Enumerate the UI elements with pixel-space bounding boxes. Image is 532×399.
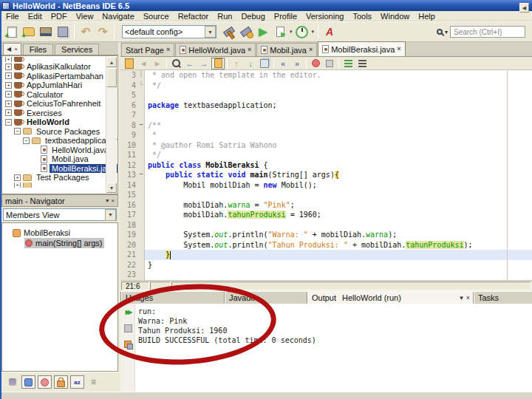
- macro-stop-icon[interactable]: [323, 58, 336, 69]
- fold-indicator[interactable]: −: [138, 120, 145, 131]
- search-input[interactable]: Search (Ctrl+I): [450, 26, 525, 38]
- rerun-icon[interactable]: [121, 306, 134, 318]
- back-icon[interactable]: [137, 58, 150, 69]
- find-next-icon[interactable]: [197, 58, 211, 69]
- code-text[interactable]: [145, 220, 532, 231]
- forward-icon[interactable]: [151, 58, 164, 69]
- debug-icon[interactable]: [272, 24, 288, 40]
- tree-item-partial[interactable]: +: [2, 57, 117, 62]
- tab-mobil-java[interactable]: Mobil.java×: [256, 43, 317, 56]
- code-text[interactable]: package textbasedapplication;: [145, 100, 532, 111]
- close-icon[interactable]: ×: [309, 47, 313, 53]
- expand-icon[interactable]: +: [5, 57, 12, 62]
- menu-edit[interactable]: Edit: [24, 11, 47, 21]
- code-editor[interactable]: 3│ * and open the template in the editor…: [120, 70, 532, 280]
- scroll-up-icon[interactable]: ▲: [106, 57, 117, 67]
- code-text[interactable]: Mobil mobilDiah = new Mobil();: [145, 180, 532, 191]
- tab-mobilberaksi-java[interactable]: MobilBeraksi.java×: [318, 41, 405, 56]
- menu-help[interactable]: Help: [414, 11, 440, 21]
- tree-item-celciustofahrenheit[interactable]: +CelciusToFahrenheit: [2, 99, 117, 109]
- minimize-icon[interactable]: ▾: [460, 294, 463, 301]
- expand-icon[interactable]: +: [14, 174, 21, 181]
- filter-submenu-icon[interactable]: [86, 375, 100, 389]
- uncomment-icon[interactable]: [355, 58, 369, 69]
- code-text[interactable]: * @author Romi Satria Wahono: [145, 140, 532, 151]
- tab-projects[interactable]: ◀ ×: [3, 43, 21, 55]
- rerun-debug-icon[interactable]: [121, 338, 134, 350]
- scroll-down-icon[interactable]: ▼: [106, 183, 117, 193]
- tab-scroll-left-button[interactable]: ◀: [519, 3, 529, 13]
- expand-icon[interactable]: +: [14, 183, 21, 188]
- menu-pdf[interactable]: PDF: [47, 11, 72, 21]
- tab-start-page[interactable]: Start Page×: [121, 43, 174, 56]
- last-edit-icon[interactable]: [123, 58, 136, 69]
- tree-item-appjumlahhari[interactable]: +AppJumlahHari: [2, 81, 117, 90]
- menu-navigate[interactable]: Navigate: [98, 11, 138, 21]
- fold-indicator[interactable]: −: [138, 170, 145, 180]
- comment-icon[interactable]: [341, 58, 355, 69]
- close-icon[interactable]: ×: [166, 47, 170, 53]
- pdf-icon[interactable]: [321, 24, 338, 40]
- run-icon[interactable]: [255, 24, 271, 40]
- tree-item-test-packages[interactable]: +Test Packages: [2, 173, 117, 183]
- menu-run[interactable]: Run: [213, 11, 236, 21]
- chevron-down-icon[interactable]: ▼: [105, 209, 116, 221]
- tree-item-textbasedapplication[interactable]: −textbasedapplication: [2, 136, 117, 146]
- clean-build-icon[interactable]: [238, 24, 254, 40]
- profile-dropdown-icon[interactable]: ▾: [312, 29, 315, 35]
- tab-files[interactable]: Files: [23, 44, 53, 55]
- code-text[interactable]: }: [145, 260, 532, 270]
- code-text[interactable]: [145, 110, 532, 120]
- code-text[interactable]: */: [145, 150, 532, 160]
- scrollbar-thumb[interactable]: [106, 68, 117, 87]
- close-icon[interactable]: ×: [111, 197, 115, 204]
- collapse-icon[interactable]: −: [23, 137, 30, 144]
- expand-icon[interactable]: +: [5, 82, 12, 89]
- tab-helloworld-java[interactable]: HelloWorld.java×: [175, 43, 256, 56]
- code-text[interactable]: }: [145, 250, 532, 260]
- code-text[interactable]: */: [145, 81, 532, 91]
- menu-debug[interactable]: Debug: [236, 11, 269, 21]
- tree-item-aplikasikalkulator[interactable]: +AplikasiKalkulator: [2, 62, 117, 72]
- toggle-highlight-icon[interactable]: [211, 58, 225, 69]
- code-text[interactable]: [145, 90, 532, 100]
- tree-item-aplikasipertambahan[interactable]: +AplikasiPertambahan: [2, 72, 117, 81]
- code-text[interactable]: mobilDiah.tahunProduksi = 1960;: [145, 210, 532, 220]
- code-text[interactable]: *: [145, 130, 532, 140]
- menu-window[interactable]: Window: [376, 11, 414, 21]
- menu-refactor[interactable]: Refactor: [174, 11, 214, 21]
- show-static-icon[interactable]: [38, 375, 52, 389]
- find-prev-icon[interactable]: [183, 58, 197, 69]
- open-project-icon[interactable]: [38, 24, 54, 40]
- tree-item-partial[interactable]: +: [2, 183, 117, 188]
- expand-icon[interactable]: +: [5, 72, 12, 79]
- close-icon[interactable]: ×: [397, 46, 400, 52]
- code-text[interactable]: /**: [145, 120, 532, 131]
- search-dropdown-icon[interactable]: ▾: [445, 29, 448, 35]
- code-text[interactable]: [145, 270, 532, 280]
- build-icon[interactable]: [221, 24, 237, 40]
- sort-alpha-icon[interactable]: [70, 375, 84, 389]
- code-text[interactable]: public class MobilBeraksi {: [145, 160, 532, 171]
- tab-tasks[interactable]: Tasks: [473, 292, 532, 304]
- menu-tools[interactable]: Tools: [348, 11, 376, 21]
- tree-item-mobilberaksi-java[interactable]: MobilBeraksi.java: [2, 164, 117, 174]
- collapse-icon[interactable]: −: [14, 128, 21, 134]
- collapse-icon[interactable]: −: [5, 119, 12, 126]
- tree-item-helloworld-java[interactable]: HelloWorld.java: [2, 146, 117, 155]
- menu-view[interactable]: View: [72, 11, 98, 21]
- shift-left-icon[interactable]: [276, 58, 290, 69]
- profile-icon[interactable]: [294, 24, 310, 40]
- expand-icon[interactable]: +: [5, 100, 12, 107]
- save-all-icon[interactable]: [55, 24, 71, 40]
- tab-services[interactable]: Services: [55, 44, 99, 55]
- output-text[interactable]: run:Warna: PinkTahun Produksi: 1960BUILD…: [138, 307, 532, 345]
- menu-profile[interactable]: Profile: [270, 11, 301, 21]
- macro-record-icon[interactable]: [309, 58, 322, 69]
- search-icon[interactable]: [437, 29, 443, 35]
- code-text[interactable]: public static void main(String[] args){: [145, 170, 532, 180]
- new-project-icon[interactable]: [21, 24, 37, 40]
- code-text[interactable]: * and open the template in the editor.: [145, 70, 532, 81]
- navigator-header[interactable]: main - Navigator ▾ ×: [1, 194, 118, 207]
- config-combobox[interactable]: <default config> ▼: [122, 25, 216, 38]
